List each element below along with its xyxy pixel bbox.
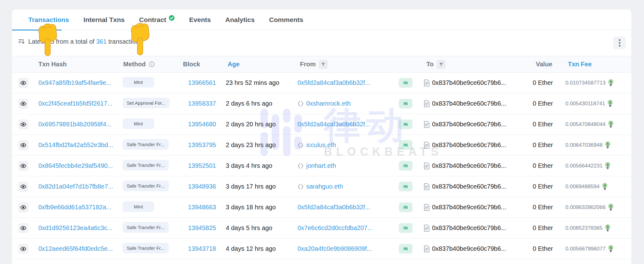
- info-icon[interactable]: [149, 61, 155, 67]
- contract-file-icon: [424, 121, 430, 128]
- table-options-kebab-button[interactable]: [613, 36, 626, 49]
- to-address[interactable]: 0x837b40be9ce60c79b6...: [432, 183, 506, 190]
- txn-hash-link[interactable]: 0x8645fecbb4e29af5490...: [38, 162, 113, 169]
- header-method-label: Method: [123, 61, 146, 68]
- from-address-link[interactable]: 0x5fd2a84caf3a0b6b32f...: [297, 121, 370, 128]
- gas-price-lightbulb-icon: $: [608, 245, 613, 253]
- from-address-link[interactable]: sarahguo.eth: [306, 183, 343, 190]
- svg-text:$: $: [607, 142, 609, 146]
- block-link[interactable]: 13958337: [188, 100, 216, 107]
- to-address[interactable]: 0x837b40be9ce60c79b6...: [432, 224, 506, 232]
- direction-in-badge: IN: [399, 202, 413, 212]
- transaction-row: 0x514fbd2fa42a552e3bd... Safe Transfer F…: [12, 135, 631, 156]
- age-text: 3 days 4 hrs ago: [226, 162, 272, 169]
- tab-label: Contract: [139, 16, 166, 24]
- method-badge[interactable]: Safe Transfer Fr...: [123, 139, 169, 150]
- value-text: 0 Ether: [533, 204, 553, 211]
- kebab-dot: [619, 45, 620, 47]
- block-link[interactable]: 13952501: [188, 162, 216, 169]
- preview-transaction-eye-button[interactable]: [18, 202, 28, 212]
- from-address-link[interactable]: 0xa20a4fc0e9b9086909f...: [297, 245, 372, 252]
- preview-transaction-eye-button[interactable]: [18, 78, 28, 88]
- preview-transaction-eye-button[interactable]: [18, 119, 28, 129]
- ens-brackets-icon: [297, 142, 304, 148]
- total-transactions-link[interactable]: 361: [96, 38, 107, 45]
- method-badge[interactable]: Safe Transfer Fr...: [123, 243, 169, 253]
- method-badge[interactable]: Mint: [123, 77, 154, 87]
- preview-transaction-eye-button[interactable]: [18, 161, 28, 171]
- preview-transaction-eye-button[interactable]: [18, 99, 28, 109]
- eye-icon: [20, 246, 26, 252]
- block-link[interactable]: 13966561: [188, 79, 216, 86]
- direction-in-badge: IN: [399, 182, 413, 191]
- svg-text:$: $: [610, 122, 612, 125]
- txn-hash-link[interactable]: 0x82d1a04ef7d1b7fb8e7...: [38, 183, 113, 190]
- tab-transactions[interactable]: Transactions: [24, 9, 74, 30]
- from-address-link[interactable]: 0x7e6c6cd2d0ccfdba207...: [297, 224, 373, 232]
- tab-internal-txns[interactable]: Internal Txns: [79, 9, 129, 30]
- to-address[interactable]: 0x837b40be9ce60c79b6...: [432, 162, 506, 169]
- from-address-link[interactable]: jonhart.eth: [306, 162, 336, 169]
- transaction-row: 0x12aeed65f64fd0edc5e... Safe Transfer F…: [12, 239, 631, 259]
- to-address[interactable]: 0x837b40be9ce60c79b6...: [432, 100, 506, 107]
- txn-hash-link[interactable]: 0x12aeed65f64fd0edc5e...: [38, 245, 113, 252]
- method-badge[interactable]: Safe Transfer Fr...: [123, 160, 169, 170]
- txn-hash-link[interactable]: 0x947a85fb19af54fae9e...: [38, 79, 111, 86]
- txn-fee-text: 0.005470848044: [565, 121, 606, 128]
- block-link[interactable]: 13954680: [188, 121, 216, 128]
- to-address[interactable]: 0x837b40be9ce60c79b6...: [432, 79, 506, 86]
- svg-text:$: $: [610, 205, 612, 208]
- method-badge[interactable]: Safe Transfer Fr...: [123, 222, 169, 233]
- from-address-link[interactable]: icculus.eth: [306, 141, 336, 149]
- to-address[interactable]: 0x837b40be9ce60c79b6...: [432, 121, 506, 128]
- header-age-toggle[interactable]: Age: [228, 61, 240, 68]
- tab-events[interactable]: Events: [185, 9, 215, 30]
- tab-comments[interactable]: Comments: [265, 9, 308, 30]
- transaction-row: 0xd1d9256123ea4a6c3c... Safe Transfer Fr…: [12, 218, 631, 239]
- method-badge[interactable]: Set Approval For...: [123, 98, 169, 108]
- gas-price-lightbulb-icon: $: [602, 183, 608, 190]
- to-address[interactable]: 0x837b40be9ce60c79b6...: [432, 245, 506, 252]
- sort-descending-icon: [18, 38, 25, 45]
- block-link[interactable]: 13953795: [188, 141, 216, 148]
- preview-transaction-eye-button[interactable]: [18, 140, 28, 150]
- from-address-link[interactable]: 0x5fd2a84caf3a0b6b32f...: [297, 79, 370, 86]
- block-link[interactable]: 13948663: [188, 204, 216, 211]
- txn-hash-link[interactable]: 0xfb9e66dd61a537182a...: [38, 204, 111, 211]
- method-badge[interactable]: Mint: [123, 201, 154, 212]
- direction-in-badge: IN: [399, 161, 413, 171]
- header-txn-fee: Txn Fee: [564, 56, 631, 73]
- to-address[interactable]: 0x837b40be9ce60c79b6...: [432, 141, 506, 149]
- txn-hash-link[interactable]: 0xc2f45ceaf1b5fd5f2617...: [38, 100, 113, 107]
- svg-text:$: $: [607, 163, 609, 167]
- transaction-row: 0xc2f45ceaf1b5fd5f2617... Set Approval F…: [12, 93, 631, 114]
- block-link[interactable]: 13945825: [188, 224, 216, 231]
- txn-hash-link[interactable]: 0x69579891b4b20958f4...: [38, 121, 111, 128]
- txn-hash-link[interactable]: 0xd1d9256123ea4a6c3c...: [38, 224, 113, 231]
- from-filter-button[interactable]: [319, 60, 328, 69]
- tab-label: Events: [189, 16, 211, 24]
- header-txn-fee-toggle[interactable]: Txn Fee: [568, 61, 592, 68]
- from-address-link[interactable]: 0x5fd2a84caf3a0b6b32f...: [297, 204, 370, 211]
- block-link[interactable]: 13943718: [188, 245, 216, 252]
- txn-fee-text: 0.010734587713: [565, 80, 606, 86]
- page: Transactions Internal Txns Contract Even…: [0, 0, 644, 264]
- preview-transaction-eye-button[interactable]: [18, 223, 28, 233]
- method-badge[interactable]: Mint: [123, 118, 154, 129]
- txn-hash-link[interactable]: 0x514fbd2fa42a552e3bd...: [38, 141, 113, 148]
- funnel-icon: [439, 62, 443, 67]
- txn-fee-text: 0.00566442231: [565, 163, 602, 169]
- to-address[interactable]: 0x837b40be9ce60c79b6...: [432, 204, 506, 211]
- header-direction-column: [394, 56, 420, 73]
- transaction-row: 0x8645fecbb4e29af5490... Safe Transfer F…: [12, 156, 631, 176]
- preview-transaction-eye-button[interactable]: [18, 182, 28, 192]
- block-link[interactable]: 13948936: [188, 183, 216, 190]
- tab-contract[interactable]: Contract: [135, 9, 179, 30]
- value-text: 0 Ether: [533, 224, 553, 231]
- method-badge[interactable]: Safe Transfer Fr...: [123, 181, 169, 191]
- svg-text:$: $: [610, 246, 612, 250]
- preview-transaction-eye-button[interactable]: [18, 244, 28, 254]
- to-filter-button[interactable]: [437, 60, 446, 69]
- tab-analytics[interactable]: Analytics: [221, 9, 259, 30]
- from-address-link[interactable]: 0xshamrock.eth: [306, 100, 351, 107]
